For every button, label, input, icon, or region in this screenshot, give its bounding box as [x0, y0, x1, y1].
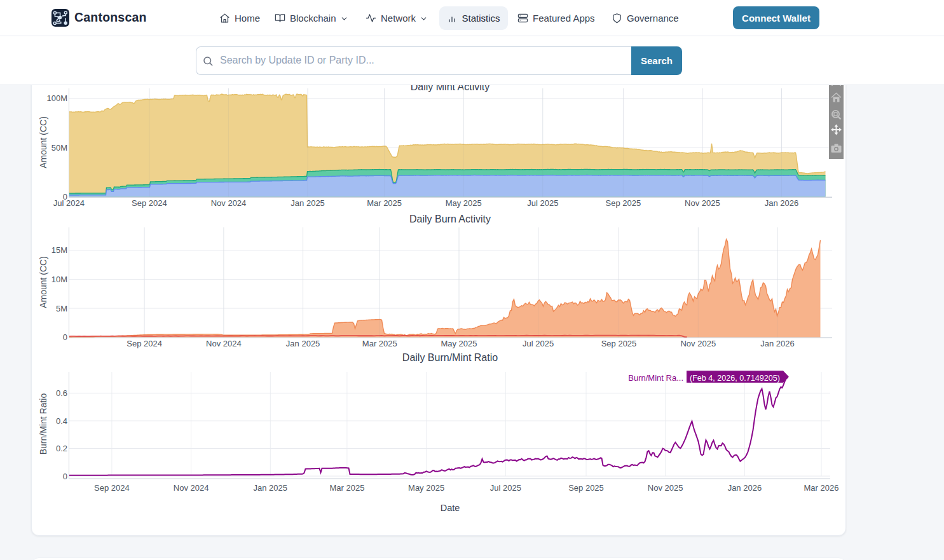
svg-text:Jul 2025: Jul 2025	[527, 198, 558, 208]
svg-text:50M: 50M	[51, 143, 67, 153]
svg-text:Sep 2024: Sep 2024	[132, 198, 167, 208]
svg-text:0.2: 0.2	[56, 444, 67, 453]
svg-text:Jan 2026: Jan 2026	[760, 339, 795, 348]
svg-text:Nov 2025: Nov 2025	[685, 198, 720, 208]
svg-text:15M: 15M	[51, 245, 67, 255]
svg-text:Mar 2025: Mar 2025	[367, 198, 402, 208]
svg-text:Sep 2024: Sep 2024	[94, 483, 130, 493]
svg-text:0.6: 0.6	[56, 388, 67, 398]
svg-text:0: 0	[63, 472, 67, 481]
svg-text:Date: Date	[441, 503, 460, 513]
svg-text:Jan 2025: Jan 2025	[286, 339, 320, 348]
svg-text:Jan 2025: Jan 2025	[291, 198, 325, 208]
svg-text:Sep 2024: Sep 2024	[127, 339, 162, 348]
svg-text:Nov 2024: Nov 2024	[211, 198, 247, 208]
svg-text:Jan 2026: Jan 2026	[765, 198, 799, 208]
svg-text:May 2025: May 2025	[441, 339, 477, 348]
svg-text:Nov 2025: Nov 2025	[680, 339, 716, 348]
svg-text:5M: 5M	[56, 304, 67, 313]
svg-text:Amount (CC): Amount (CC)	[38, 116, 48, 168]
svg-text:Burn/Mint Ratio: Burn/Mint Ratio	[38, 393, 48, 455]
svg-text:Sep 2025: Sep 2025	[568, 483, 604, 493]
svg-text:Sep 2025: Sep 2025	[606, 198, 641, 208]
svg-text:Nov 2024: Nov 2024	[174, 483, 209, 493]
svg-text:Sep 2025: Sep 2025	[601, 339, 637, 348]
svg-text:Burn/Mint Ra...: Burn/Mint Ra...	[628, 373, 683, 383]
svg-text:May 2025: May 2025	[446, 198, 482, 208]
svg-text:May 2025: May 2025	[408, 483, 444, 493]
svg-text:Nov 2024: Nov 2024	[206, 339, 242, 348]
svg-text:Jul 2024: Jul 2024	[53, 198, 85, 208]
svg-text:Jan 2026: Jan 2026	[728, 483, 762, 493]
svg-text:Jul 2025: Jul 2025	[490, 483, 521, 493]
svg-text:Mar 2026: Mar 2026	[804, 483, 839, 493]
svg-text:(Feb 4, 2026, 0.7149205): (Feb 4, 2026, 0.7149205)	[690, 373, 780, 383]
svg-text:Jul 2025: Jul 2025	[523, 339, 554, 348]
svg-text:Daily Burn Activity: Daily Burn Activity	[409, 214, 491, 224]
svg-text:Daily Burn/Mint Ratio: Daily Burn/Mint Ratio	[402, 352, 498, 363]
svg-text:0.4: 0.4	[56, 416, 67, 426]
svg-text:0: 0	[63, 332, 67, 342]
svg-text:Amount (CC): Amount (CC)	[38, 256, 48, 308]
svg-text:10M: 10M	[51, 275, 67, 284]
svg-text:Nov 2025: Nov 2025	[648, 483, 683, 493]
svg-text:100M: 100M	[46, 93, 67, 103]
svg-text:Mar 2025: Mar 2025	[329, 483, 364, 493]
svg-text:Jan 2025: Jan 2025	[254, 483, 288, 493]
svg-text:Mar 2025: Mar 2025	[362, 339, 397, 348]
